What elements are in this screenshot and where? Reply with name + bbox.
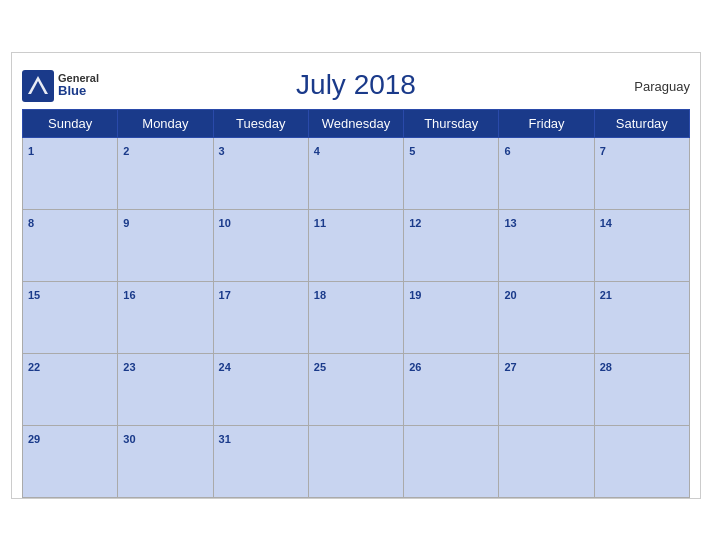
date-number-12: 12 [409, 217, 421, 229]
logo-icon [22, 70, 54, 102]
day-cell-4: 4 [308, 137, 403, 209]
day-cell-28: 28 [594, 353, 689, 425]
date-number-1: 1 [28, 145, 34, 157]
day-cell-21: 21 [594, 281, 689, 353]
date-number-24: 24 [219, 361, 231, 373]
date-number-10: 10 [219, 217, 231, 229]
day-cell-6: 6 [499, 137, 594, 209]
date-number-31: 31 [219, 433, 231, 445]
day-cell-9: 9 [118, 209, 213, 281]
date-number-25: 25 [314, 361, 326, 373]
date-number-9: 9 [123, 217, 129, 229]
day-cell-12: 12 [404, 209, 499, 281]
header-friday: Friday [499, 109, 594, 137]
logo: General Blue [22, 70, 99, 102]
day-cell-8: 8 [23, 209, 118, 281]
day-cell-2: 2 [118, 137, 213, 209]
day-cell-3: 3 [213, 137, 308, 209]
day-cell-7: 7 [594, 137, 689, 209]
date-number-26: 26 [409, 361, 421, 373]
weekday-header-row: Sunday Monday Tuesday Wednesday Thursday… [23, 109, 690, 137]
day-cell-18: 18 [308, 281, 403, 353]
header-sunday: Sunday [23, 109, 118, 137]
empty-cell-w4-d5 [499, 425, 594, 497]
header-saturday: Saturday [594, 109, 689, 137]
country-label: Paraguay [634, 78, 690, 93]
day-cell-31: 31 [213, 425, 308, 497]
week-row-1: 1234567 [23, 137, 690, 209]
date-number-7: 7 [600, 145, 606, 157]
day-cell-23: 23 [118, 353, 213, 425]
date-number-20: 20 [504, 289, 516, 301]
logo-blue-label: Blue [58, 84, 99, 98]
header-monday: Monday [118, 109, 213, 137]
week-row-5: 293031 [23, 425, 690, 497]
empty-cell-w4-d6 [594, 425, 689, 497]
date-number-22: 22 [28, 361, 40, 373]
day-cell-17: 17 [213, 281, 308, 353]
empty-cell-w4-d3 [308, 425, 403, 497]
day-cell-30: 30 [118, 425, 213, 497]
date-number-11: 11 [314, 217, 326, 229]
day-cell-14: 14 [594, 209, 689, 281]
date-number-13: 13 [504, 217, 516, 229]
date-number-23: 23 [123, 361, 135, 373]
calendar-container: General Blue July 2018 Paraguay Sunday M… [11, 52, 701, 499]
date-number-16: 16 [123, 289, 135, 301]
date-number-19: 19 [409, 289, 421, 301]
day-cell-15: 15 [23, 281, 118, 353]
calendar-title: July 2018 [296, 69, 416, 101]
date-number-5: 5 [409, 145, 415, 157]
day-cell-25: 25 [308, 353, 403, 425]
date-number-30: 30 [123, 433, 135, 445]
day-cell-19: 19 [404, 281, 499, 353]
date-number-28: 28 [600, 361, 612, 373]
date-number-6: 6 [504, 145, 510, 157]
date-number-27: 27 [504, 361, 516, 373]
day-cell-20: 20 [499, 281, 594, 353]
date-number-15: 15 [28, 289, 40, 301]
date-number-29: 29 [28, 433, 40, 445]
day-cell-29: 29 [23, 425, 118, 497]
date-number-18: 18 [314, 289, 326, 301]
date-number-17: 17 [219, 289, 231, 301]
day-cell-10: 10 [213, 209, 308, 281]
day-cell-5: 5 [404, 137, 499, 209]
day-cell-1: 1 [23, 137, 118, 209]
date-number-4: 4 [314, 145, 320, 157]
day-cell-13: 13 [499, 209, 594, 281]
calendar-header: General Blue July 2018 Paraguay [22, 63, 690, 109]
week-row-2: 891011121314 [23, 209, 690, 281]
day-cell-11: 11 [308, 209, 403, 281]
day-cell-24: 24 [213, 353, 308, 425]
day-cell-26: 26 [404, 353, 499, 425]
header-tuesday: Tuesday [213, 109, 308, 137]
day-cell-16: 16 [118, 281, 213, 353]
date-number-3: 3 [219, 145, 225, 157]
day-cell-27: 27 [499, 353, 594, 425]
week-row-4: 22232425262728 [23, 353, 690, 425]
day-cell-22: 22 [23, 353, 118, 425]
date-number-8: 8 [28, 217, 34, 229]
date-number-14: 14 [600, 217, 612, 229]
header-wednesday: Wednesday [308, 109, 403, 137]
date-number-21: 21 [600, 289, 612, 301]
calendar-grid: Sunday Monday Tuesday Wednesday Thursday… [22, 109, 690, 498]
empty-cell-w4-d4 [404, 425, 499, 497]
week-row-3: 15161718192021 [23, 281, 690, 353]
header-thursday: Thursday [404, 109, 499, 137]
logo-text: General Blue [58, 72, 99, 98]
date-number-2: 2 [123, 145, 129, 157]
